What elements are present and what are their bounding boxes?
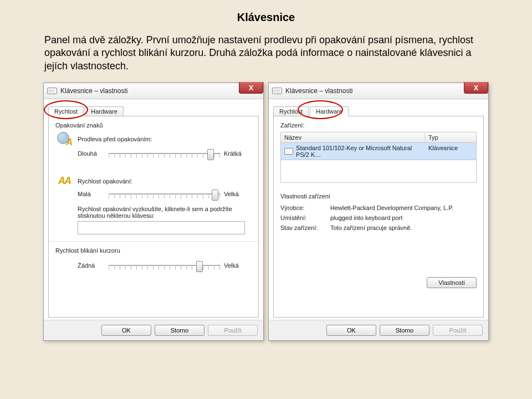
blink-slider[interactable] [109, 259, 221, 272]
tab-strip: Rychlost Hardware [48, 104, 259, 116]
location-key: Umístění: [280, 214, 330, 221]
blink-group-header: Rychlost blikání kurzoru [55, 247, 252, 254]
tab-hardware[interactable]: Hardware [310, 106, 349, 116]
device-list-header: Název Typ [280, 132, 477, 143]
rate-left-label: Malá [78, 191, 105, 197]
tab-hardware[interactable]: Hardware [85, 106, 124, 116]
delay-icon: A [57, 132, 71, 146]
keyboard-properties-dialog-hardware: Klávesnice – vlastnosti X Rychlost Hardw… [268, 83, 489, 341]
apply-button[interactable]: Použít [208, 325, 258, 336]
repeat-group-header: Opakování znaků [55, 122, 252, 129]
speed-panel: Opakování znaků A Prodleva před opakován… [48, 116, 259, 318]
test-instruction: Rychlost opakování vyzkoušíte, kliknete-… [78, 206, 244, 219]
hardware-panel: Zařízení: Název Typ Standard 101/102-Key… [273, 116, 484, 318]
rate-icon: AA [58, 175, 70, 187]
apply-button[interactable]: Použít [433, 325, 483, 336]
delay-slider[interactable] [109, 147, 221, 160]
cancel-button[interactable]: Storno [380, 325, 429, 336]
test-input[interactable] [78, 221, 245, 234]
ok-button[interactable]: OK [326, 325, 376, 336]
delay-label: Prodleva před opakováním: [78, 136, 152, 142]
keyboard-icon [284, 148, 293, 155]
col-name[interactable]: Název [281, 132, 425, 142]
status-key: Stav zařízení: [280, 224, 330, 231]
intro-text: Panel má dvě záložky. První umožňuje nas… [0, 24, 532, 73]
rate-slider[interactable] [109, 188, 221, 200]
titlebar[interactable]: Klávesnice – vlastnosti X [44, 83, 263, 99]
tab-speed[interactable]: Rychlost [273, 106, 309, 116]
keyboard-icon [47, 88, 57, 94]
window-title: Klávesnice – vlastnosti [285, 87, 352, 95]
delay-left-label: Dlouhá [78, 150, 105, 157]
cancel-button[interactable]: Storno [155, 325, 204, 336]
keyboard-properties-dialog-speed: Klávesnice – vlastnosti X Rychlost Hardw… [43, 83, 264, 341]
devices-label: Zařízení: [280, 122, 477, 129]
status-value: Toto zařízení pracuje správně. [330, 224, 412, 231]
delay-right-label: Krátká [224, 150, 252, 157]
dialog-pair: Klávesnice – vlastnosti X Rychlost Hardw… [0, 73, 532, 341]
rate-right-label: Velká [224, 191, 252, 197]
blink-left-label: Žádná [78, 262, 105, 269]
device-type: Klávesnice [425, 143, 476, 160]
device-props-header: Vlastnosti zařízení [280, 193, 477, 200]
tab-strip: Rychlost Hardware [273, 104, 484, 116]
dialog-footer: OK Storno Použít [269, 320, 488, 340]
close-button[interactable]: X [239, 82, 263, 94]
close-button[interactable]: X [464, 82, 488, 94]
dialog-footer: OK Storno Použít [44, 320, 263, 340]
window-title: Klávesnice – vlastnosti [60, 87, 127, 95]
rate-label: Rychlost opakování: [78, 178, 132, 185]
tab-speed[interactable]: Rychlost [48, 106, 84, 116]
device-row[interactable]: Standard 101/102-Key or Microsoft Natura… [280, 143, 477, 160]
device-list-empty [280, 160, 477, 183]
location-value: plugged into keyboard port [330, 214, 402, 221]
titlebar[interactable]: Klávesnice – vlastnosti X [269, 83, 488, 99]
page-title: Klávesnice [0, 0, 532, 24]
col-type[interactable]: Typ [425, 132, 476, 142]
manufacturer-value: Hewlett-Packard Development Company, L.P… [330, 204, 453, 211]
device-name: Standard 101/102-Key or Microsoft Natura… [296, 145, 422, 158]
keyboard-icon [272, 88, 282, 94]
manufacturer-key: Výrobce: [280, 204, 330, 211]
properties-button[interactable]: Vlastnosti [427, 277, 477, 288]
ok-button[interactable]: OK [101, 325, 151, 336]
blink-right-label: Velká [224, 262, 252, 269]
